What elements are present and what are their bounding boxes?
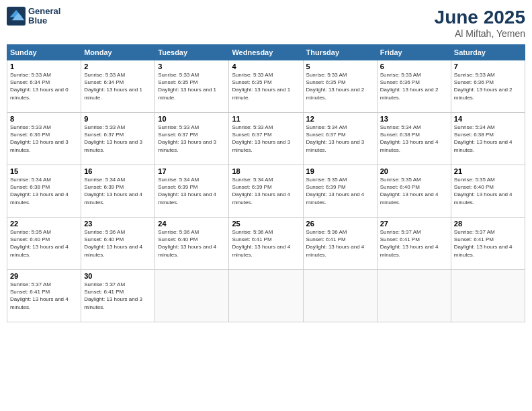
day-number: 14 <box>454 115 522 123</box>
day-number: 22 <box>10 220 78 228</box>
calendar-cell: 3 Sunrise: 5:33 AMSunset: 6:35 PMDayligh… <box>155 60 229 113</box>
calendar-cell: 4 Sunrise: 5:33 AMSunset: 6:35 PMDayligh… <box>229 60 303 113</box>
calendar-cell: 6 Sunrise: 5:33 AMSunset: 6:36 PMDayligh… <box>377 60 451 113</box>
calendar-week-row: 15 Sunrise: 5:34 AMSunset: 6:38 PMDaylig… <box>7 165 525 218</box>
weekday-header: Tuesday <box>155 45 229 60</box>
month-title: June 2025 <box>435 7 525 28</box>
logo-line1: General <box>28 7 60 16</box>
day-info: Sunrise: 5:33 AMSunset: 6:34 PMDaylight:… <box>10 72 69 101</box>
day-number: 25 <box>232 220 300 228</box>
logo-icon <box>7 7 26 26</box>
calendar-cell: 2 Sunrise: 5:33 AMSunset: 6:34 PMDayligh… <box>81 60 155 113</box>
day-info: Sunrise: 5:35 AMSunset: 6:40 PMDaylight:… <box>380 177 439 205</box>
calendar-cell: 27 Sunrise: 5:37 AMSunset: 6:41 PMDaylig… <box>377 218 451 270</box>
day-info: Sunrise: 5:36 AMSunset: 6:41 PMDaylight:… <box>306 229 365 258</box>
title-area: June 2025 Al Miftah, Yemen <box>435 7 525 39</box>
calendar-cell: 19 Sunrise: 5:35 AMSunset: 6:39 PMDaylig… <box>303 165 377 218</box>
calendar-cell: 7 Sunrise: 5:33 AMSunset: 6:36 PMDayligh… <box>451 60 525 113</box>
calendar-cell: 11 Sunrise: 5:33 AMSunset: 6:37 PMDaylig… <box>229 113 303 165</box>
day-number: 20 <box>380 167 448 175</box>
calendar-cell: 20 Sunrise: 5:35 AMSunset: 6:40 PMDaylig… <box>377 165 451 218</box>
calendar-cell: 25 Sunrise: 5:36 AMSunset: 6:41 PMDaylig… <box>229 218 303 270</box>
calendar-cell: 28 Sunrise: 5:37 AMSunset: 6:41 PMDaylig… <box>451 218 525 270</box>
day-number: 13 <box>380 115 448 123</box>
day-number: 4 <box>232 62 300 71</box>
weekday-header: Thursday <box>303 45 377 60</box>
day-info: Sunrise: 5:34 AMSunset: 6:38 PMDaylight:… <box>10 177 69 205</box>
day-info: Sunrise: 5:33 AMSunset: 6:35 PMDaylight:… <box>232 72 290 101</box>
day-info: Sunrise: 5:37 AMSunset: 6:41 PMDaylight:… <box>454 229 513 258</box>
calendar-week-row: 8 Sunrise: 5:33 AMSunset: 6:36 PMDayligh… <box>7 113 525 165</box>
day-info: Sunrise: 5:34 AMSunset: 6:37 PMDaylight:… <box>306 124 365 153</box>
weekday-header: Wednesday <box>229 45 303 60</box>
day-number: 21 <box>454 167 522 175</box>
calendar-cell: 26 Sunrise: 5:36 AMSunset: 6:41 PMDaylig… <box>303 218 377 270</box>
day-number: 8 <box>10 115 78 123</box>
calendar-cell: 30 Sunrise: 5:37 AMSunset: 6:41 PMDaylig… <box>81 270 155 322</box>
calendar-cell: 22 Sunrise: 5:35 AMSunset: 6:40 PMDaylig… <box>7 218 81 270</box>
calendar-cell: 21 Sunrise: 5:35 AMSunset: 6:40 PMDaylig… <box>451 165 525 218</box>
calendar-cell: 9 Sunrise: 5:33 AMSunset: 6:37 PMDayligh… <box>81 113 155 165</box>
calendar-body: 1 Sunrise: 5:33 AMSunset: 6:34 PMDayligh… <box>7 60 525 322</box>
day-info: Sunrise: 5:34 AMSunset: 6:38 PMDaylight:… <box>380 124 439 153</box>
weekday-header: Saturday <box>451 45 525 60</box>
calendar-cell: 12 Sunrise: 5:34 AMSunset: 6:37 PMDaylig… <box>303 113 377 165</box>
day-number: 23 <box>84 220 152 228</box>
day-info: Sunrise: 5:37 AMSunset: 6:41 PMDaylight:… <box>380 229 439 258</box>
calendar-cell <box>155 270 229 322</box>
day-info: Sunrise: 5:33 AMSunset: 6:37 PMDaylight:… <box>84 124 142 153</box>
day-info: Sunrise: 5:33 AMSunset: 6:37 PMDaylight:… <box>232 124 290 153</box>
calendar-cell <box>451 270 525 322</box>
day-number: 5 <box>306 62 374 71</box>
day-info: Sunrise: 5:36 AMSunset: 6:41 PMDaylight:… <box>232 229 290 258</box>
calendar-week-row: 29 Sunrise: 5:37 AMSunset: 6:41 PMDaylig… <box>7 270 525 322</box>
day-info: Sunrise: 5:34 AMSunset: 6:39 PMDaylight:… <box>158 177 216 205</box>
calendar-week-row: 22 Sunrise: 5:35 AMSunset: 6:40 PMDaylig… <box>7 218 525 270</box>
calendar-cell: 24 Sunrise: 5:36 AMSunset: 6:40 PMDaylig… <box>155 218 229 270</box>
calendar-cell: 8 Sunrise: 5:33 AMSunset: 6:36 PMDayligh… <box>7 113 81 165</box>
calendar-header-row: SundayMondayTuesdayWednesdayThursdayFrid… <box>7 45 525 60</box>
logo-line2: Blue <box>28 16 60 26</box>
day-number: 16 <box>84 167 152 175</box>
weekday-header: Sunday <box>7 45 81 60</box>
day-info: Sunrise: 5:33 AMSunset: 6:36 PMDaylight:… <box>10 124 69 153</box>
logo: General Blue <box>7 7 60 26</box>
calendar-cell: 5 Sunrise: 5:33 AMSunset: 6:35 PMDayligh… <box>303 60 377 113</box>
calendar-cell: 23 Sunrise: 5:36 AMSunset: 6:40 PMDaylig… <box>81 218 155 270</box>
day-number: 26 <box>306 220 374 228</box>
day-number: 15 <box>10 167 78 175</box>
day-number: 11 <box>232 115 300 123</box>
weekday-header: Friday <box>377 45 451 60</box>
calendar-cell: 15 Sunrise: 5:34 AMSunset: 6:38 PMDaylig… <box>7 165 81 218</box>
calendar-cell: 16 Sunrise: 5:34 AMSunset: 6:39 PMDaylig… <box>81 165 155 218</box>
day-number: 18 <box>232 167 300 175</box>
calendar-cell: 29 Sunrise: 5:37 AMSunset: 6:41 PMDaylig… <box>7 270 81 322</box>
day-number: 1 <box>10 62 78 71</box>
calendar-cell <box>303 270 377 322</box>
day-number: 12 <box>306 115 374 123</box>
day-info: Sunrise: 5:37 AMSunset: 6:41 PMDaylight:… <box>10 281 69 310</box>
day-number: 7 <box>454 62 522 71</box>
calendar-cell: 1 Sunrise: 5:33 AMSunset: 6:34 PMDayligh… <box>7 60 81 113</box>
logo-text: General Blue <box>28 7 60 26</box>
day-info: Sunrise: 5:33 AMSunset: 6:37 PMDaylight:… <box>158 124 216 153</box>
day-info: Sunrise: 5:36 AMSunset: 6:40 PMDaylight:… <box>158 229 216 258</box>
day-number: 30 <box>84 272 152 280</box>
day-info: Sunrise: 5:35 AMSunset: 6:40 PMDaylight:… <box>454 177 513 205</box>
calendar-cell: 14 Sunrise: 5:34 AMSunset: 6:38 PMDaylig… <box>451 113 525 165</box>
day-number: 2 <box>84 62 152 71</box>
calendar-cell <box>377 270 451 322</box>
day-info: Sunrise: 5:35 AMSunset: 6:40 PMDaylight:… <box>10 229 69 258</box>
day-number: 19 <box>306 167 374 175</box>
calendar-cell <box>229 270 303 322</box>
day-number: 10 <box>158 115 226 123</box>
weekday-header: Monday <box>81 45 155 60</box>
day-info: Sunrise: 5:35 AMSunset: 6:39 PMDaylight:… <box>306 177 365 205</box>
day-info: Sunrise: 5:33 AMSunset: 6:36 PMDaylight:… <box>454 72 513 101</box>
day-number: 27 <box>380 220 448 228</box>
day-info: Sunrise: 5:33 AMSunset: 6:34 PMDaylight:… <box>84 72 142 101</box>
day-number: 29 <box>10 272 78 280</box>
day-info: Sunrise: 5:34 AMSunset: 6:39 PMDaylight:… <box>84 177 142 205</box>
calendar-week-row: 1 Sunrise: 5:33 AMSunset: 6:34 PMDayligh… <box>7 60 525 113</box>
calendar-cell: 10 Sunrise: 5:33 AMSunset: 6:37 PMDaylig… <box>155 113 229 165</box>
